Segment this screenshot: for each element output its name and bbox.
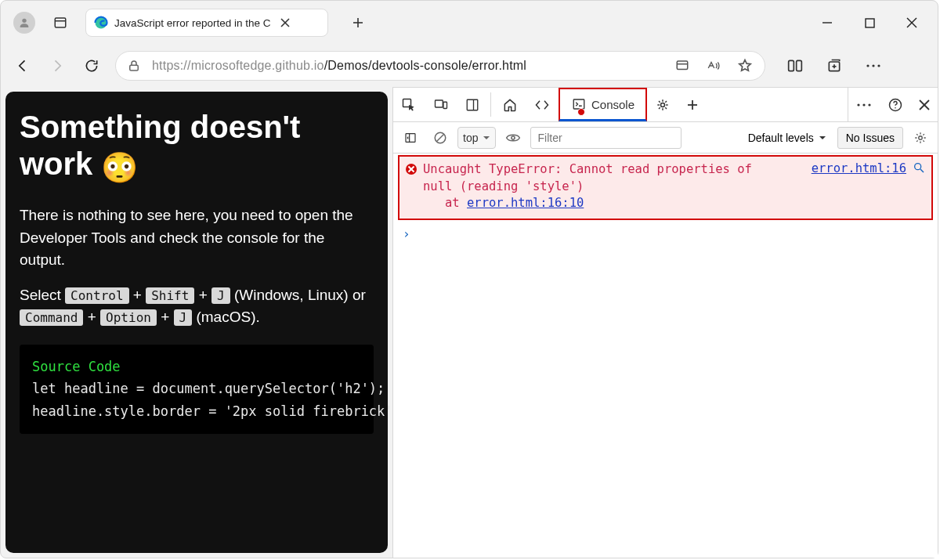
devtools-tabbar: Console [393, 88, 938, 122]
kbd-command: Command [20, 309, 83, 326]
console-error-entry[interactable]: Uncaught TypeError: Cannot read properti… [398, 155, 933, 220]
browser-tab[interactable]: JavaScript error reported in the C [85, 9, 328, 37]
stack-trace-link[interactable]: error.html:16:10 [467, 196, 584, 210]
svg-point-44 [919, 135, 923, 139]
issues-button[interactable]: No Issues [837, 127, 903, 149]
log-levels-label: Default levels [748, 132, 814, 144]
split-screen-icon[interactable] [778, 49, 812, 83]
svg-rect-9 [866, 19, 874, 27]
kbd-j: J [212, 287, 230, 304]
svg-point-21 [872, 64, 874, 67]
read-aloud-icon[interactable] [705, 57, 722, 74]
profile-avatar[interactable] [13, 12, 35, 34]
console-error-badge [577, 108, 585, 116]
svg-point-43 [512, 135, 515, 139]
svg-rect-15 [789, 60, 794, 70]
device-toggle-icon[interactable] [425, 88, 457, 121]
filter-input[interactable] [530, 127, 682, 149]
kbd-j-2: J [174, 309, 193, 326]
svg-point-45 [915, 164, 921, 170]
more-tabs-button[interactable] [678, 88, 707, 121]
maximize-button[interactable] [848, 5, 891, 40]
svg-rect-39 [406, 133, 415, 142]
context-label: top [463, 132, 478, 144]
devtools-menu-icon[interactable] [848, 103, 880, 107]
inspect-element-icon[interactable] [393, 88, 425, 121]
titlebar: JavaScript error reported in the C [1, 1, 938, 45]
svg-rect-25 [443, 102, 447, 108]
search-icon[interactable] [913, 161, 925, 174]
svg-point-34 [868, 103, 870, 106]
console-toolbar: top Default levels No Issues [393, 122, 938, 154]
error-message: Uncaught TypeError: Cannot read properti… [423, 161, 805, 212]
elements-tab-icon[interactable] [526, 88, 559, 121]
svg-rect-16 [797, 60, 802, 70]
svg-point-33 [862, 103, 865, 106]
chevron-down-icon [819, 134, 826, 142]
console-output: Uncaught TypeError: Cannot read properti… [393, 154, 938, 558]
svg-line-46 [920, 169, 924, 172]
error-source-link[interactable]: error.html:16 [812, 161, 906, 175]
live-expression-icon[interactable] [501, 127, 526, 149]
svg-point-29 [661, 103, 665, 107]
refresh-button[interactable] [74, 49, 109, 83]
sources-tab-icon[interactable] [647, 88, 678, 121]
dock-side-icon[interactable] [457, 88, 487, 121]
source-code-line: let headline = document.querySelector('h… [32, 378, 361, 400]
menu-button[interactable] [856, 49, 891, 83]
context-select[interactable]: top [457, 127, 496, 149]
help-icon[interactable] [880, 97, 911, 113]
clear-console-icon[interactable] [428, 127, 453, 149]
browser-window: JavaScript error reported in the C https… [0, 0, 938, 558]
navbar: https://microsoftedge.github.io/Demos/de… [1, 45, 938, 87]
chevron-down-icon [483, 134, 490, 142]
svg-rect-1 [55, 18, 66, 27]
collections-icon[interactable] [817, 49, 851, 83]
back-button[interactable] [5, 49, 40, 83]
address-bar[interactable]: https://microsoftedge.github.io/Demos/de… [115, 51, 765, 81]
tab-actions-icon[interactable] [43, 5, 78, 40]
devtools-close-icon[interactable] [911, 99, 938, 110]
page-paragraph-1: There is nothing to see here, you need t… [20, 204, 374, 272]
lock-icon [127, 59, 141, 73]
close-icon[interactable] [279, 16, 291, 29]
welcome-tab-icon[interactable] [494, 88, 526, 121]
devtools-panel: Console top [392, 87, 938, 558]
svg-point-20 [866, 64, 869, 67]
svg-point-0 [22, 19, 26, 23]
svg-point-32 [857, 103, 859, 106]
svg-rect-26 [467, 99, 478, 110]
svg-rect-13 [677, 61, 688, 70]
svg-line-42 [437, 134, 444, 141]
forward-button [40, 49, 74, 83]
content-area: Something doesn't work 😳 There is nothin… [1, 87, 938, 558]
minimize-button[interactable] [806, 5, 848, 40]
favorite-icon[interactable] [736, 57, 754, 74]
source-code-line: headline.style.border = '2px solid fireb… [32, 400, 361, 423]
url-text: https://microsoftedge.github.io/Demos/de… [152, 59, 526, 73]
window-controls [806, 5, 933, 40]
app-mode-icon[interactable] [674, 57, 691, 74]
svg-point-36 [895, 107, 896, 108]
page-card: Something doesn't work 😳 There is nothin… [5, 92, 388, 553]
new-tab-button[interactable] [344, 9, 372, 37]
svg-rect-28 [573, 99, 584, 109]
console-settings-icon[interactable] [908, 127, 933, 149]
emoji-flushed: 😳 [101, 151, 138, 184]
kbd-option: Option [100, 309, 157, 326]
edge-browser-icon [94, 16, 108, 30]
source-code-block: Source Code let headline = document.quer… [20, 345, 374, 435]
webpage: Something doesn't work 😳 There is nothin… [1, 87, 392, 558]
kbd-shift: Shift [146, 287, 194, 304]
tab-title: JavaScript error reported in the C [114, 17, 271, 29]
svg-rect-12 [130, 65, 139, 70]
console-prompt[interactable]: › [393, 220, 938, 247]
kbd-control: Control [65, 287, 128, 304]
tab-console[interactable]: Console [559, 88, 647, 121]
source-code-header: Source Code [32, 356, 361, 378]
window-close-button[interactable] [891, 5, 933, 40]
log-levels-select[interactable]: Default levels [742, 132, 833, 144]
tab-console-label: Console [591, 98, 634, 111]
page-title: Something doesn't work 😳 [20, 109, 374, 186]
toggle-sidebar-icon[interactable] [398, 127, 423, 149]
